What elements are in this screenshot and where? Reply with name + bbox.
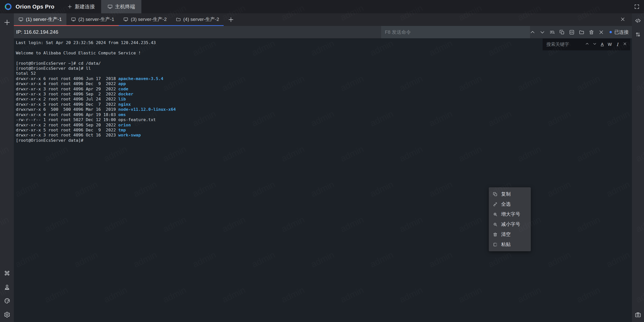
nav-new-connection-label: 新建连接 [75, 3, 95, 10]
menu-item-font-increase[interactable]: 增大字号 [489, 209, 531, 219]
find-next-button[interactable] [593, 42, 597, 47]
menu-item-label: 清空 [501, 231, 511, 238]
right-sidebar [632, 13, 644, 322]
menu-item-copy[interactable]: 复制 [489, 189, 531, 199]
terminal-line: drwxr-xr-x 4 root root 4096 Dec 9 2022 a… [16, 81, 632, 86]
terminal-line: drwxr-xr-x 3 root root 4096 Apr 29 2022 … [16, 87, 632, 92]
theme-palette-button[interactable] [4, 298, 10, 304]
copy-button[interactable] [559, 29, 565, 35]
menu-item-label: 复制 [501, 191, 511, 197]
command-bar: IP: 116.62.194.246 已连接 [14, 26, 632, 38]
left-sidebar [0, 13, 14, 322]
terminal-search-panel: AWI [543, 39, 630, 50]
nav-new-connection[interactable]: 新建连接 [61, 0, 101, 13]
brand-title: Orion Ops Pro [16, 4, 54, 10]
command-toolbar: 已连接 [530, 26, 629, 38]
folder-icon [176, 17, 181, 22]
clear-button[interactable] [589, 29, 594, 35]
add-connection-button[interactable] [3, 19, 11, 26]
terminal-tab-label: (1) server-生产-1 [26, 16, 62, 23]
status-label: 已连接 [614, 29, 629, 35]
terminal-line: drwxrwxr-x 6 500 500 4096 Mar 16 2019 no… [16, 107, 632, 112]
terminal-tab-label: (4) server-生产-2 [183, 16, 219, 23]
file-manager-button[interactable] [579, 29, 584, 35]
terminal-tab-bar: (1) server-生产-1(2) server-生产-1(3) server… [14, 13, 632, 26]
terminal-line: drwxr-xr-x 4 root root 4096 Apr 19 18:03… [16, 112, 632, 117]
terminal-line: drwxr-xr-x 6 root root 4096 Jun 17 2018 … [16, 76, 632, 81]
menu-item-label: 减小字号 [501, 221, 520, 228]
monitor-icon [71, 17, 76, 22]
nav-host-terminal[interactable]: 主机终端 [101, 0, 141, 13]
terminal-line: drwxr-xr-x 3 root root 4096 Sep 2 2022 d… [16, 92, 632, 97]
status-dot [610, 31, 612, 33]
terminal-tab-label: (2) server-生产-1 [78, 16, 114, 23]
ip-address-label: IP: 116.62.194.246 [16, 26, 58, 38]
terminal-line: Last login: Sat Apr 20 23:32:56 2024 fro… [16, 40, 632, 45]
terminal-line: -rw-r--r-- 1 root root 5027 Dec 12 19:00… [16, 117, 632, 122]
terminal-tabs: (1) server-生产-1(2) server-生产-1(3) server… [14, 13, 224, 26]
script-button[interactable] [569, 29, 575, 35]
menu-item-font-decrease[interactable]: 减小字号 [489, 219, 531, 229]
chevron-up-icon [585, 42, 589, 46]
terminal-line: drwxr-xr-x 5 root root 4096 Dec 7 2022 n… [16, 102, 632, 107]
close-tabs-button[interactable] [620, 17, 625, 22]
scroll-down-button[interactable] [540, 29, 545, 35]
new-tab-button[interactable] [228, 16, 234, 23]
trash-icon [493, 232, 498, 237]
terminal-line: drwxr-xr-x 2 root root 4096 Sep 20 2022 … [16, 123, 632, 128]
terminal-tab[interactable]: (2) server-生产-1 [66, 13, 119, 26]
close-search-button[interactable] [623, 42, 627, 47]
terminal-screen[interactable]: Last login: Sat Apr 20 23:32:56 2024 fro… [14, 38, 632, 322]
find-previous-button[interactable] [585, 42, 589, 47]
search-input[interactable] [546, 42, 585, 47]
terminal-line: drwxr-xr-x 3 root root 4096 Oct 16 2023 … [16, 133, 632, 138]
screenshot-button[interactable] [635, 311, 641, 318]
settings-button[interactable] [4, 311, 10, 318]
close-session-button[interactable] [598, 29, 604, 35]
monitor-icon [18, 17, 23, 22]
terminal-line [16, 45, 632, 50]
menu-item-select-all[interactable]: 全选 [489, 199, 531, 209]
top-header: Orion Ops Pro 新建连接 主机终端 [0, 0, 644, 13]
search-buttons: AWI [585, 42, 627, 47]
connection-status: 已连接 [610, 29, 629, 35]
terminal-tab[interactable]: (1) server-生产-1 [14, 13, 66, 26]
code-panel-button[interactable] [635, 17, 641, 24]
terminal-line: Welcome to Alibaba Cloud Elastic Compute… [16, 51, 632, 56]
terminal-line: [root@OrionEcsServer ~]# cd /data/ [16, 61, 632, 66]
menu-item-label: 增大字号 [501, 211, 520, 218]
right-sidebar-top [635, 17, 641, 38]
terminal-tab[interactable]: (4) server-生产-2 [171, 13, 224, 26]
left-sidebar-bottom [4, 270, 10, 318]
monitor-icon [107, 4, 113, 9]
search-button[interactable] [549, 29, 555, 35]
orion-logo-icon [4, 2, 13, 11]
copy-icon [493, 192, 498, 197]
send-command-input[interactable] [381, 26, 530, 38]
menu-item-label: 全选 [501, 201, 511, 207]
zoom-out-icon [493, 222, 498, 227]
menu-item-paste[interactable]: 粘贴 [489, 239, 531, 249]
terminal-output: Last login: Sat Apr 20 23:32:56 2024 fro… [14, 38, 632, 143]
select-all-icon [493, 202, 498, 207]
scroll-up-button[interactable] [530, 29, 535, 35]
terminal-tab[interactable]: (3) server-生产-2 [119, 13, 171, 26]
right-sidebar-bottom [635, 311, 641, 318]
nav-host-terminal-label: 主机终端 [115, 3, 135, 10]
whole-word-button[interactable]: W [608, 42, 612, 47]
stamp-snippets-button[interactable] [4, 284, 10, 290]
fullscreen-icon[interactable] [634, 4, 640, 10]
match-case-button[interactable]: A [600, 42, 604, 47]
terminal-line: drwxr-xr-x 5 root root 4096 Dec 9 2022 t… [16, 128, 632, 133]
transfer-panel-button[interactable] [635, 31, 641, 38]
menu-item-clear-screen[interactable]: 清空 [489, 229, 531, 239]
menu-item-label: 粘贴 [501, 241, 511, 248]
command-shortcuts-button[interactable] [4, 270, 10, 276]
context-menu: 复制全选增大字号减小字号清空粘贴 [489, 187, 531, 251]
terminal-line: drwxr-xr-x 2 root root 4096 Jul 24 2022 … [16, 97, 632, 102]
chevron-down-icon [593, 42, 597, 46]
terminal-line: [root@OrionEcsServer data]# [16, 138, 632, 143]
app-window: Orion Ops Pro 新建连接 主机终端 (1) server-生产-1(… [0, 0, 644, 322]
regex-button[interactable]: I [615, 42, 619, 47]
plus-icon [67, 4, 72, 9]
